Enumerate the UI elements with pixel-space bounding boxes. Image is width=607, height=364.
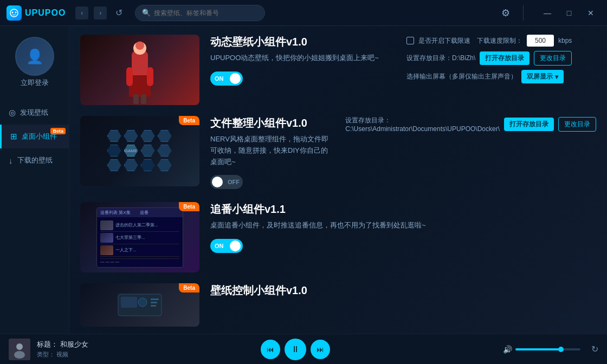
desktop-icon: ⊞ <box>10 132 17 141</box>
refresh-button[interactable]: ↺ <box>112 6 125 20</box>
svg-point-0 <box>10 9 18 17</box>
toggle-label-1: ON <box>215 75 224 82</box>
player-type: 类型： 视频 <box>37 350 88 359</box>
sidebar: 👤 立即登录 ◎ 发现壁纸 ⊞ 桌面小组件 Beta ↓ 下载的壁纸 <box>0 26 69 334</box>
content-area: 动态壁纸小组件v1.0 UPUPOO动态壁纸，快把你的小姐姐搬到桌面上来吧~ O… <box>69 26 607 334</box>
svg-rect-7 <box>147 67 153 86</box>
widget-card-4: Beta 壁纸控制小组件v1.0 <box>80 283 596 327</box>
beta-badge-desktop: Beta <box>50 128 66 134</box>
widget-card-2: GAME Beta 文件整理小组件v1.0 NERV风格桌面整理组件，拖动文件即… <box>80 116 596 191</box>
sidebar-item-label-discover: 发现壁纸 <box>20 108 48 118</box>
sidebar-item-desktop[interactable]: ⊞ 桌面小组件 Beta <box>0 125 69 148</box>
player-meta: 标题： 和服少女 类型： 视频 <box>37 340 88 359</box>
widget-thumb-1 <box>80 35 199 105</box>
search-input[interactable] <box>154 9 258 17</box>
widget-thumb-4: Beta <box>80 283 199 327</box>
widget-info-2: 文件整理小组件v1.0 NERV风格桌面整理组件，拖动文件即可收纳，随意拼接，快… <box>210 116 334 191</box>
type-value: 视频 <box>56 351 68 358</box>
minimize-button[interactable]: — <box>538 5 557 21</box>
widget-thumb-3: 追番列表 第X集 追番 进击的巨人第二季第... 七大罪第三季... 一人之下.… <box>80 202 199 272</box>
widget-desc-3: 桌面追番小组件，及时推送追番信息，再也不用为了找番到处乱逛啦~ <box>210 220 596 231</box>
prev-button[interactable]: ⏮ <box>261 340 280 359</box>
toggle-knob-2 <box>212 177 223 187</box>
next-button[interactable]: ⏭ <box>311 340 330 359</box>
svg-rect-17 <box>151 305 156 307</box>
svg-rect-15 <box>151 298 159 300</box>
search-bar: 🔍 <box>135 5 265 21</box>
settings-button[interactable]: ⚙ <box>498 5 513 21</box>
screen-select-label: 双屏显示 <box>527 72 553 81</box>
speed-checkbox[interactable] <box>406 37 414 44</box>
anime-preview: 追番列表 第X集 追番 进击的巨人第二季第... 七大罪第三季... 一人之下.… <box>96 207 183 268</box>
settings-row-dir: 设置存放目录：D:\BiZh\ 打开存放目录 更改目录 <box>406 51 596 66</box>
dir-label-2: 设置存放目录：C:\Users\Administrator\Documents\… <box>345 116 500 133</box>
toggle-1[interactable]: ON <box>210 72 243 86</box>
user-icon: 👤 <box>26 48 43 65</box>
settings-row-dir-2: 设置存放目录：C:\Users\Administrator\Documents\… <box>345 116 596 133</box>
widget-info-1: 动态壁纸小组件v1.0 UPUPOO动态壁纸，快把你的小姐姐搬到桌面上来吧~ O… <box>210 35 396 105</box>
svg-rect-9 <box>141 94 146 104</box>
forward-button[interactable]: › <box>94 6 107 20</box>
player-refresh-icon[interactable]: ↻ <box>591 344 598 354</box>
svg-rect-16 <box>151 302 157 303</box>
screen-label-1: 选择输出屏幕（多屏仅输出主屏声音） <box>406 72 517 81</box>
svg-point-1 <box>12 11 14 13</box>
screen-select-btn[interactable]: 双屏显示 ▾ <box>521 70 564 83</box>
chevron-down-icon: ▾ <box>555 73 558 81</box>
player-bar: 标题： 和服少女 类型： 视频 ⏮ ⏸ ⏭ 🔊 ↻ <box>0 334 607 364</box>
svg-rect-3 <box>132 51 148 78</box>
app-name: UPUPOO <box>25 8 66 18</box>
toggle-2[interactable]: OFF <box>210 175 243 189</box>
change-dir-btn-2[interactable]: 更改目录 <box>558 117 596 132</box>
title-prefix: 标题： <box>37 340 58 348</box>
volume-fill <box>515 348 561 350</box>
close-button[interactable]: ✕ <box>581 5 600 21</box>
speed-input[interactable] <box>527 35 554 47</box>
beta-corner-2: Beta <box>179 116 199 125</box>
toggle-row-1: ON <box>210 72 396 88</box>
toggle-3[interactable]: ON <box>210 239 243 253</box>
logo-area: UPUPOO <box>7 5 66 21</box>
widget-settings-1: 是否开启下载限速 下载速度限制： kbps 设置存放目录：D:\BiZh\ 打开… <box>406 35 596 105</box>
beta-corner-3: Beta <box>179 202 199 211</box>
svg-rect-6 <box>126 67 133 86</box>
volume-track[interactable] <box>515 348 580 350</box>
search-icon: 🔍 <box>142 9 151 17</box>
svg-point-19 <box>16 343 23 350</box>
login-avatar[interactable]: 👤 <box>15 37 54 76</box>
beta-corner-4: Beta <box>179 283 199 292</box>
speed-limit-text: 下载速度限制： <box>477 36 522 46</box>
dir-label-1: 设置存放目录：D:\BiZh\ <box>406 54 475 63</box>
open-dir-btn-2[interactable]: 打开存放目录 <box>504 118 554 131</box>
speed-limit-label: 是否开启下载限速 <box>418 36 470 46</box>
svg-point-2 <box>15 11 17 13</box>
pause-button[interactable]: ⏸ <box>285 339 306 360</box>
login-label[interactable]: 立即登录 <box>21 78 49 88</box>
back-button[interactable]: ‹ <box>75 6 88 20</box>
player-controls: ⏮ ⏸ ⏭ <box>261 339 330 360</box>
anime-header: 追番列表 第X集 追番 <box>97 208 183 217</box>
type-prefix: 类型： <box>37 351 55 358</box>
download-icon: ↓ <box>9 156 13 165</box>
open-dir-btn-1[interactable]: 打开存放目录 <box>480 51 529 65</box>
svg-rect-11 <box>135 41 144 50</box>
app-logo-icon <box>7 5 22 21</box>
toggle-knob-3 <box>230 240 241 251</box>
player-title: 标题： 和服少女 <box>37 340 88 349</box>
widget-info-3: 追番小组件v1.1 桌面追番小组件，及时推送追番信息，再也不用为了找番到处乱逛啦… <box>210 202 596 272</box>
widget-title-3: 追番小组件v1.1 <box>210 202 596 217</box>
maximize-button[interactable]: □ <box>559 5 579 21</box>
toggle-knob-1 <box>230 73 241 84</box>
volume-icon: 🔊 <box>503 345 512 354</box>
svg-rect-13 <box>121 297 137 308</box>
change-dir-btn-1[interactable]: 更改目录 <box>534 51 572 66</box>
sidebar-item-downloaded[interactable]: ↓ 下载的壁纸 <box>0 148 69 172</box>
toggle-label-2: OFF <box>228 179 240 185</box>
sidebar-item-discover[interactable]: ◎ 发现壁纸 <box>0 101 69 125</box>
widget-info-4: 壁纸控制小组件v1.0 <box>210 283 596 327</box>
title-value: 和服少女 <box>60 340 88 348</box>
widget-desc-2: NERV风格桌面整理组件，拖动文件即可收纳，随意拼接，快来DIY你自己的桌面吧~ <box>210 134 334 167</box>
settings-row-speed: 是否开启下载限速 下载速度限制： kbps <box>406 35 596 47</box>
widget-card-3: 追番列表 第X集 追番 进击的巨人第二季第... 七大罪第三季... 一人之下.… <box>80 202 596 272</box>
widget-title-2: 文件整理小组件v1.0 <box>210 116 334 131</box>
